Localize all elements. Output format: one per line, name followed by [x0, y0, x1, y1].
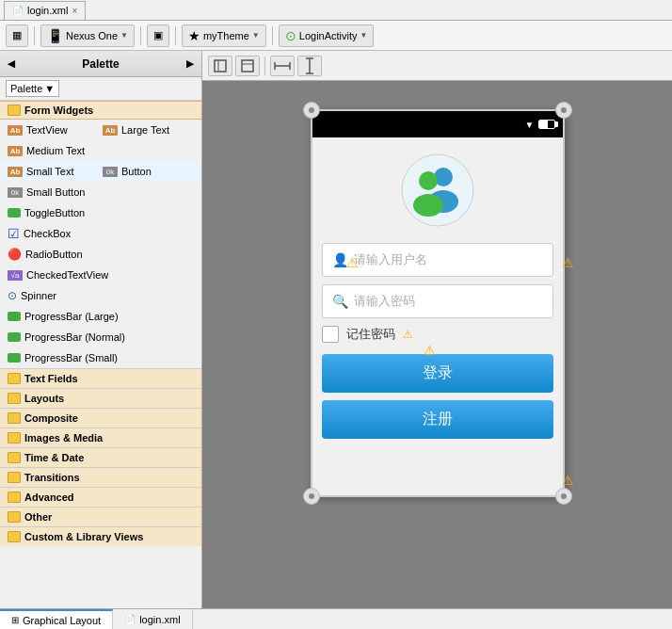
radiobutton-icon: 🔴	[8, 248, 22, 261]
tab-login-xml[interactable]: 📄 login.xml	[113, 609, 192, 629]
palette-content: Form Widgets Ab TextView Ab Large Text A…	[0, 101, 201, 608]
palette-dropdown-label: Palette	[10, 83, 42, 94]
section-label: Composite	[24, 412, 78, 424]
phone-content: 👤 请输入用户名 🔍 请输入密码 记住密码	[312, 137, 563, 495]
xml-icon: 📄	[12, 6, 24, 16]
list-item[interactable]: ☑ CheckBox	[0, 223, 201, 244]
images-media-header[interactable]: Images & Media	[0, 428, 201, 447]
palette-dropdown[interactable]: Palette ▼	[6, 80, 59, 97]
list-item[interactable]: Ab Small Text 0k Button	[0, 161, 201, 182]
list-item[interactable]: ⊙ Spinner	[0, 285, 201, 306]
palette-title: Palette	[19, 57, 183, 71]
widget-label: CheckBox	[24, 228, 71, 239]
transitions-section: Transitions	[0, 467, 201, 487]
layout-toggle-btn[interactable]: ▦	[6, 24, 28, 47]
phone-logo-area	[322, 153, 553, 228]
register-btn-label: 注册	[423, 411, 453, 427]
button-icon: 0k	[103, 167, 118, 177]
smallbutton-icon: 0k	[8, 187, 23, 198]
section-label: Images & Media	[24, 432, 103, 444]
images-media-section: Images & Media	[0, 427, 201, 447]
view-split-btn[interactable]	[235, 56, 260, 76]
activity-dropdown[interactable]: ⊙ LoginActivity ▼	[279, 24, 375, 47]
wifi-icon: ▼	[525, 120, 535, 130]
folder-icon	[8, 511, 21, 523]
layouts-header[interactable]: Layouts	[0, 389, 201, 408]
view-single-btn[interactable]	[208, 56, 232, 76]
folder-icon	[8, 373, 21, 384]
widget-smalltext[interactable]: Ab Small Text	[8, 166, 99, 177]
progressbar-large-icon	[8, 312, 21, 321]
login-button[interactable]: 登录	[322, 354, 553, 393]
theme-dropdown-arrow: ▼	[252, 31, 260, 40]
battery-icon	[538, 120, 555, 129]
svg-rect-2	[242, 60, 253, 72]
palette-nav: Palette ▼	[0, 77, 201, 101]
largetext-icon: Ab	[103, 125, 118, 136]
phone-mockup: ⚠ ⚠ ⚠ ⚠ ▼	[311, 109, 565, 497]
theme-dropdown[interactable]: ★ myTheme ▼	[182, 24, 266, 47]
xml-tab-icon: 📄	[124, 614, 136, 624]
other-section: Other	[0, 507, 201, 526]
time-date-header[interactable]: Time & Date	[0, 448, 201, 467]
list-item[interactable]: Ab Medium Text	[0, 140, 201, 161]
back-arrow-icon[interactable]: ◀	[8, 58, 15, 69]
forward-arrow-icon[interactable]: ▶	[186, 58, 194, 69]
widget-label: Button	[121, 166, 152, 177]
list-item[interactable]: ProgressBar (Small)	[0, 347, 201, 368]
tab-close-btn[interactable]: ×	[72, 6, 77, 16]
tab-file-name: login.xml	[27, 5, 68, 16]
form-widgets-section-header[interactable]: Form Widgets	[0, 101, 201, 120]
folder-icon	[8, 105, 21, 116]
list-item[interactable]: ToggleButton	[0, 202, 201, 223]
palette-dropdown-arrow: ▼	[44, 83, 55, 94]
spinner-icon: ⊙	[8, 289, 17, 302]
advanced-header[interactable]: Advanced	[0, 488, 201, 507]
list-item[interactable]: ProgressBar (Large)	[0, 306, 201, 327]
widget-largetext[interactable]: Ab Large Text	[103, 124, 194, 136]
theme-star-icon: ★	[188, 28, 200, 43]
tab-graphical-layout[interactable]: ⊞ Graphical Layout	[0, 609, 113, 629]
widget-label: Spinner	[21, 290, 56, 301]
text-fields-header[interactable]: Text Fields	[0, 369, 201, 388]
composite-header[interactable]: Composite	[0, 409, 201, 427]
resize-width-btn[interactable]	[270, 56, 295, 76]
file-tab[interactable]: 📄 login.xml ×	[4, 1, 86, 20]
other-header[interactable]: Other	[0, 508, 201, 526]
resize-height-btn[interactable]	[297, 56, 322, 76]
section-label: Layouts	[24, 393, 64, 404]
checkbox-icon: ☑	[8, 226, 20, 241]
warning-icon-4: ⚠	[562, 473, 574, 488]
transitions-header[interactable]: Transitions	[0, 468, 201, 487]
pin-bottom-right	[555, 488, 572, 505]
app-logo	[400, 153, 475, 228]
phone-status-bar: ▼	[312, 111, 563, 137]
list-item[interactable]: ProgressBar (Normal)	[0, 327, 201, 347]
login-btn-label: 登录	[423, 364, 453, 380]
theme-name: myTheme	[203, 30, 249, 41]
list-item[interactable]: Ab TextView Ab Large Text	[0, 120, 201, 140]
phone-frame: ▼	[311, 109, 565, 497]
list-item[interactable]: 0k Small Button	[0, 182, 201, 202]
checkedtextview-icon: √a	[8, 270, 23, 281]
toolbar-sep	[264, 56, 265, 75]
activity-icon: ⊙	[285, 28, 296, 43]
warning-icon-2: ⚠	[562, 255, 574, 270]
orientation-btn[interactable]: ▣	[147, 24, 169, 47]
password-input[interactable]: 🔍 请输入密码	[322, 284, 553, 318]
remember-checkbox[interactable]	[322, 326, 339, 343]
list-item[interactable]: 🔴 RadioButton	[0, 244, 201, 265]
username-placeholder: 请输入用户名	[354, 251, 427, 268]
device-dropdown[interactable]: 📱 Nexus One ▼	[40, 24, 135, 47]
xml-tab-label: login.xml	[139, 614, 180, 625]
activity-dropdown-arrow: ▼	[360, 31, 368, 40]
phone-icon: 📱	[47, 28, 63, 43]
widget-textview[interactable]: Ab TextView	[8, 124, 99, 136]
custom-library-header[interactable]: Custom & Library Views	[0, 527, 201, 546]
resize-height-icon	[303, 57, 316, 74]
list-item[interactable]: √a CheckedTextView	[0, 265, 201, 285]
widget-label: Small Text	[26, 166, 74, 177]
progressbar-normal-icon	[8, 332, 21, 342]
widget-button[interactable]: 0k Button	[103, 166, 194, 177]
register-button[interactable]: 注册	[322, 400, 553, 439]
